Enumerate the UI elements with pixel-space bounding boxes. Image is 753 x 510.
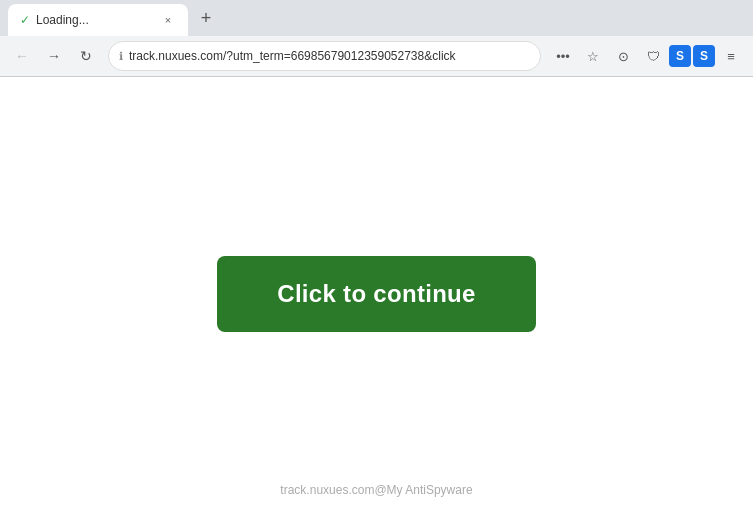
tab-title: Loading... — [36, 13, 154, 27]
shield-icon[interactable]: 🛡 — [639, 42, 667, 70]
active-tab[interactable]: ✓ Loading... × — [8, 4, 188, 36]
browser-chrome: ✓ Loading... × + ← → ↻ ℹ track.nuxues.co… — [0, 0, 753, 77]
url-display: track.nuxues.com/?utm_term=6698567901235… — [129, 49, 530, 63]
toolbar-icons: ••• ☆ ⊙ 🛡 S S ≡ — [549, 42, 745, 70]
watermark-text: track.nuxues.com@My AntiSpyware — [280, 483, 472, 497]
back-button[interactable]: ← — [8, 42, 36, 70]
menu-button[interactable]: ≡ — [717, 42, 745, 70]
click-to-continue-button[interactable]: Click to continue — [217, 256, 535, 332]
new-tab-button[interactable]: + — [192, 4, 220, 32]
toolbar: ← → ↻ ℹ track.nuxues.com/?utm_term=66985… — [0, 36, 753, 76]
tab-bar: ✓ Loading... × + — [0, 0, 753, 36]
address-bar[interactable]: ℹ track.nuxues.com/?utm_term=66985679012… — [108, 41, 541, 71]
s-extension-icon[interactable]: S — [669, 45, 691, 67]
tab-close-button[interactable]: × — [160, 12, 176, 28]
more-button[interactable]: ••• — [549, 42, 577, 70]
account-icon[interactable]: ⊙ — [609, 42, 637, 70]
tab-favicon-icon: ✓ — [20, 13, 30, 27]
page-content: Click to continue track.nuxues.com@My An… — [0, 77, 753, 510]
bookmark-button[interactable]: ☆ — [579, 42, 607, 70]
forward-button[interactable]: → — [40, 42, 68, 70]
lock-icon: ℹ — [119, 50, 123, 63]
reload-button[interactable]: ↻ — [72, 42, 100, 70]
s2-extension-icon[interactable]: S — [693, 45, 715, 67]
